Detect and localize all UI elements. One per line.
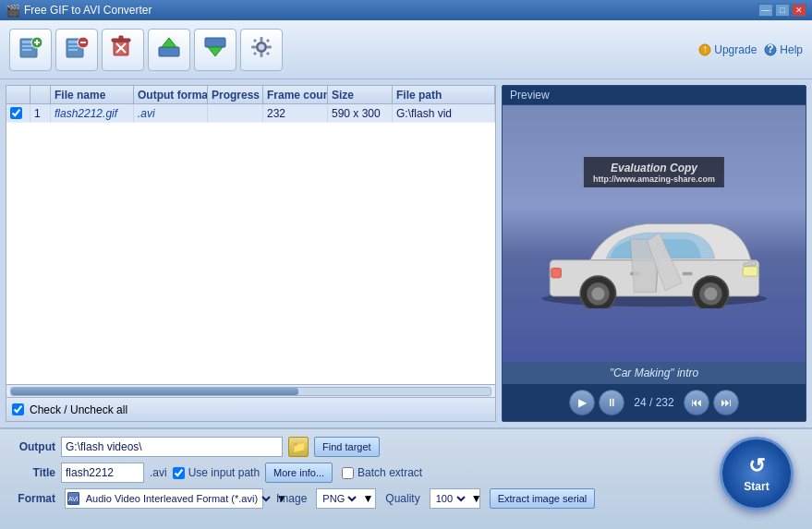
row-size: 590 x 300: [328, 104, 393, 122]
titlebar-controls: — □ ✕: [758, 4, 806, 17]
row-check[interactable]: [6, 104, 30, 122]
svg-rect-18: [159, 47, 179, 56]
quality-label: Quality: [385, 492, 419, 505]
svg-rect-3: [22, 49, 31, 51]
add-file-btn[interactable]: [9, 29, 52, 71]
pause-btn[interactable]: ⏸: [599, 390, 624, 415]
eval-copy-overlay: Evaluation Copy http://www.amazing-share…: [584, 157, 724, 187]
more-info-btn[interactable]: More info...: [265, 463, 333, 483]
col-header-filename: File name: [51, 86, 134, 103]
svg-text:?: ?: [768, 43, 774, 55]
row-filename: flash2212.gif: [51, 104, 134, 122]
quality-dropdown-icon: ▼: [471, 492, 482, 505]
col-header-outformat: Output format: [134, 86, 208, 103]
toolbar: ↑ Upgrade ? Help: [0, 20, 812, 79]
start-label: Start: [744, 480, 769, 493]
svg-rect-12: [80, 42, 86, 43]
row-framecount: 232: [263, 104, 328, 122]
svg-rect-10: [68, 49, 78, 51]
minimize-btn[interactable]: —: [758, 4, 773, 17]
preview-image-area: Evaluation Copy http://www.amazing-share…: [503, 105, 806, 362]
filelist-scrollbar[interactable]: [6, 384, 495, 397]
format-label: Format: [9, 492, 55, 505]
toolbar-right: ↑ Upgrade ? Help: [698, 43, 803, 56]
svg-rect-28: [253, 38, 257, 42]
batch-extract-check: Batch extract: [342, 466, 422, 479]
output-row: Output 📁 Find target: [9, 437, 803, 457]
help-icon: ?: [764, 43, 777, 56]
settings-btn[interactable]: [240, 29, 283, 71]
scrollbar-thumb[interactable]: [11, 388, 298, 395]
clear-btn[interactable]: [102, 29, 144, 71]
app-title: Free GIF to AVI Converter: [24, 4, 152, 17]
svg-point-40: [591, 287, 604, 300]
col-header-framecount: Frame count: [263, 86, 328, 103]
preview-controls: ▶ ⏸ 24 / 232 ⏮ ⏭: [503, 384, 806, 421]
image-format-select[interactable]: PNG: [319, 492, 359, 505]
svg-rect-47: [682, 272, 691, 275]
check-all-bar: Check / Uncheck all: [6, 397, 495, 421]
quality-select-wrapper[interactable]: 100 ▼: [430, 488, 480, 509]
start-icon: ↺: [748, 454, 765, 478]
svg-marker-19: [162, 38, 176, 47]
svg-rect-20: [205, 38, 225, 47]
prev-frame-btn[interactable]: ⏮: [684, 390, 709, 415]
next-frame-btn[interactable]: ⏭: [713, 390, 739, 415]
svg-rect-25: [261, 53, 263, 57]
filelist-panel: File name Output format Progress Frame c…: [6, 85, 496, 422]
batch-extract-checkbox[interactable]: [342, 467, 354, 479]
quality-select[interactable]: 100: [432, 492, 468, 505]
help-link[interactable]: ? Help: [764, 43, 803, 56]
row-checkbox[interactable]: [10, 107, 22, 119]
use-input-path-checkbox[interactable]: [173, 467, 185, 479]
scrollbar-track[interactable]: [10, 387, 491, 396]
folder-browse-btn[interactable]: 📁: [288, 437, 309, 457]
move-down-icon: [202, 34, 228, 66]
svg-rect-29: [266, 38, 270, 42]
move-up-icon: [156, 34, 182, 66]
filelist-header: File name Output format Progress Frame c…: [6, 86, 495, 104]
table-row[interactable]: 1 flash2212.gif .avi 232 590 x 300 G:\fl…: [6, 104, 495, 123]
add-file-icon: [18, 34, 43, 66]
preview-title: Preview: [503, 86, 806, 105]
svg-rect-30: [253, 51, 257, 54]
play-btn[interactable]: ▶: [569, 390, 595, 415]
output-path-input[interactable]: [61, 437, 283, 457]
col-header-progress: Progress: [208, 86, 263, 103]
find-target-btn[interactable]: Find target: [314, 437, 380, 457]
start-btn-area: ↺ Start: [720, 437, 794, 511]
svg-marker-21: [208, 47, 223, 56]
format-select[interactable]: Audio Video Interleaved Format (*.avi): [82, 492, 273, 505]
frame-counter: 24 / 232: [628, 396, 679, 409]
next-icon: ⏭: [721, 396, 732, 409]
image-format-select-wrapper[interactable]: PNG ▼: [316, 488, 376, 509]
svg-rect-24: [261, 37, 263, 42]
title-input[interactable]: [61, 463, 144, 483]
check-all-checkbox[interactable]: [12, 403, 24, 415]
svg-rect-46: [551, 268, 560, 277]
format-icon: AVI: [67, 492, 79, 505]
maximize-btn[interactable]: □: [775, 4, 790, 17]
prev-icon: ⏮: [691, 396, 702, 409]
format-select-wrapper[interactable]: AVI Audio Video Interleaved Format (*.av…: [65, 488, 263, 509]
row-outformat: .avi: [134, 104, 208, 122]
remove-file-icon: [64, 34, 90, 66]
play-icon: ▶: [578, 396, 587, 409]
app-icon: 🎬: [6, 4, 20, 18]
titlebar: 🎬 Free GIF to AVI Converter — □ ✕: [0, 0, 812, 20]
row-filepath: G:\flash vid: [393, 104, 495, 122]
main-area: File name Output format Progress Frame c…: [0, 79, 812, 427]
car-image: [526, 196, 783, 308]
svg-text:↑: ↑: [702, 43, 708, 55]
row-num: 1: [30, 104, 51, 122]
close-btn[interactable]: ✕: [792, 4, 806, 17]
move-up-btn[interactable]: [148, 29, 190, 71]
remove-file-btn[interactable]: [55, 29, 98, 71]
extract-serial-btn[interactable]: Extract image serial: [490, 488, 596, 509]
title-ext: .avi: [150, 466, 167, 479]
folder-icon: 📁: [292, 440, 306, 453]
move-down-btn[interactable]: [194, 29, 236, 71]
upgrade-link[interactable]: ↑ Upgrade: [698, 43, 757, 56]
bottom-panel: Output 📁 Find target Title .avi Use inpu…: [0, 427, 812, 529]
start-btn[interactable]: ↺ Start: [720, 437, 794, 511]
